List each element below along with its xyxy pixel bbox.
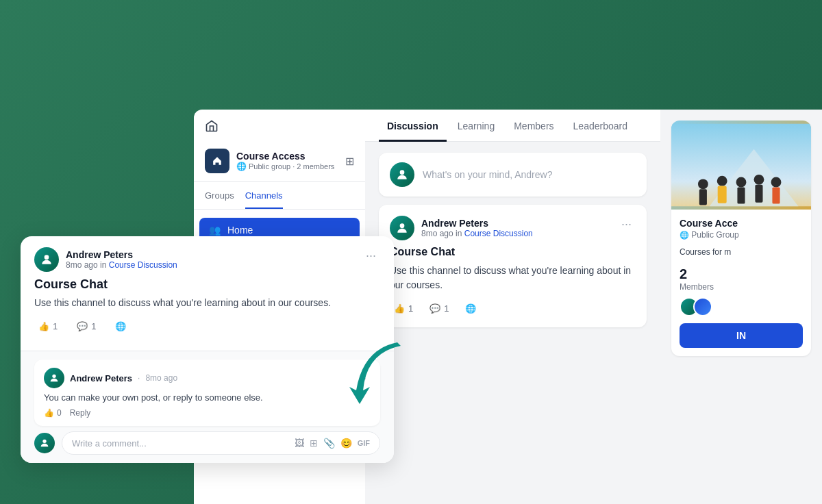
tab-discussion[interactable]: Discussion: [379, 110, 447, 142]
comment-options[interactable]: ···: [354, 371, 371, 385]
tab-leaderboard[interactable]: Leaderboard: [565, 110, 636, 142]
svg-point-1: [400, 223, 405, 228]
floating-post-options[interactable]: ···: [362, 247, 380, 264]
svg-point-16: [42, 440, 46, 443]
floating-like-button[interactable]: 👍 1: [34, 318, 62, 334]
members-count-wrap: 2 Members: [680, 266, 714, 292]
svg-rect-5: [699, 189, 707, 205]
content-area: Discussion Learning Members Leaderboard …: [365, 110, 822, 504]
attachment-icon[interactable]: 📎: [323, 438, 335, 449]
thumbs-up-icon: 👍: [394, 303, 405, 314]
share-button[interactable]: 🌐: [461, 301, 480, 316]
svg-point-14: [45, 255, 49, 260]
sidebar-image: [671, 121, 811, 210]
comment-placeholder: Write a comment...: [72, 438, 147, 449]
like-button[interactable]: 👍 1: [390, 301, 417, 316]
svg-point-0: [400, 170, 405, 175]
input-avatar: [34, 433, 55, 453]
post-meta: 8mo ago in Course Discussion: [421, 229, 533, 238]
floating-comment-icon: 💬: [77, 321, 88, 331]
members-row: 2 Members: [680, 266, 803, 292]
tab-bar: Discussion Learning Members Leaderboard: [365, 110, 660, 142]
post-title: Course Chat: [390, 246, 636, 258]
members-label: Members: [680, 282, 714, 292]
comment-input-wrap[interactable]: Write a comment... 🖼 ⊞ 📎 😊 GIF: [62, 431, 380, 455]
course-logo: [205, 149, 229, 173]
comment-icon: 💬: [429, 303, 440, 314]
post-author-text: Andrew Peters 8mo ago in Course Discussi…: [421, 218, 533, 238]
svg-point-6: [717, 176, 727, 186]
right-sidebar: Course Acce 🌐 Public Group Courses for m…: [671, 110, 822, 504]
floating-author-text: Andrew Peters 8mo ago in Course Discussi…: [66, 249, 177, 270]
svg-point-4: [698, 179, 708, 189]
course-subtitle: 🌐 Public group · 2 members: [236, 162, 334, 171]
tab-learning[interactable]: Learning: [449, 110, 503, 142]
post-meta-link[interactable]: Course Discussion: [464, 229, 533, 238]
members-count: 2: [680, 266, 714, 282]
join-button[interactable]: IN: [680, 323, 803, 348]
floating-post-author: Andrew Peters 8mo ago in Course Discussi…: [34, 247, 177, 272]
tab-members[interactable]: Members: [506, 110, 562, 142]
floating-card-inner: Andrew Peters 8mo ago in Course Discussi…: [21, 236, 394, 351]
floating-meta-link[interactable]: Course Discussion: [109, 260, 177, 270]
user-avatar: [390, 162, 414, 187]
svg-rect-11: [755, 185, 762, 203]
comment-button[interactable]: 💬 1: [425, 301, 453, 316]
post-options-button[interactable]: ···: [617, 216, 636, 233]
floating-post-actions: 👍 1 💬 1 🌐: [34, 318, 380, 340]
right-sidebar-info: Course Acce 🌐 Public Group Courses for m…: [671, 210, 811, 356]
post-actions: 👍 1 💬 1 🌐: [390, 301, 636, 316]
comment-header: Andrew Peters · 8mo ago ···: [44, 368, 371, 388]
member-avatar-2: [693, 297, 712, 316]
tab-groups[interactable]: Groups: [205, 190, 234, 209]
course-title: Course Access: [236, 151, 334, 162]
svg-point-8: [736, 177, 747, 188]
right-sidebar-desc: Courses for m: [680, 247, 803, 258]
member-avatars: [680, 297, 803, 316]
floating-thumbs-up-icon: 👍: [38, 321, 49, 331]
right-sidebar-card: Course Acce 🌐 Public Group Courses for m…: [671, 121, 811, 356]
tab-channels[interactable]: Channels: [245, 190, 283, 209]
feed-area: What's on your mind, Andrew? Andrew Pete…: [365, 142, 660, 338]
floating-post-body: Use this channel to discuss what you're …: [34, 296, 380, 310]
grid-icon[interactable]: ⊞: [345, 155, 354, 168]
comment-like-button[interactable]: 👍 0: [44, 408, 62, 418]
comment-input-row: Write a comment... 🖼 ⊞ 📎 😊 GIF: [34, 431, 380, 455]
comment-section: Andrew Peters · 8mo ago ··· You can make…: [21, 351, 394, 463]
post-card: Andrew Peters 8mo ago in Course Discussi…: [379, 205, 647, 327]
reply-button[interactable]: Reply: [70, 408, 91, 418]
post-body: Use this channel to discuss what you're …: [390, 264, 636, 292]
right-sidebar-subtitle: 🌐 Public Group: [680, 230, 803, 240]
comment-actions: 👍 0 Reply: [44, 408, 371, 418]
right-sidebar-title: Course Acce: [680, 218, 803, 229]
compose-box: What's on your mind, Andrew?: [379, 153, 647, 197]
svg-rect-7: [718, 186, 727, 203]
floating-author-name: Andrew Peters: [66, 249, 177, 260]
emoji-icon[interactable]: 😊: [340, 438, 352, 449]
floating-share-button[interactable]: 🌐: [111, 318, 130, 334]
image-icon[interactable]: 🖼: [295, 438, 304, 449]
svg-point-12: [771, 177, 782, 188]
post-header: Andrew Peters 8mo ago in Course Discussi…: [390, 216, 636, 240]
post-author-info: Andrew Peters 8mo ago in Course Discussi…: [390, 216, 533, 240]
grid-input-icon[interactable]: ⊞: [310, 438, 318, 449]
floating-card: Andrew Peters 8mo ago in Course Discussi…: [21, 236, 394, 463]
comment-author: Andrew Peters · 8mo ago: [44, 368, 177, 388]
home-icon[interactable]: [194, 110, 365, 143]
comment-time-value: 8mo ago: [145, 373, 177, 383]
svg-rect-13: [772, 187, 780, 203]
floating-post-header: Andrew Peters 8mo ago in Course Discussi…: [34, 247, 380, 272]
floating-post-title: Course Chat: [34, 277, 380, 292]
svg-rect-9: [737, 187, 745, 203]
floating-comment-button[interactable]: 💬 1: [73, 318, 100, 334]
floating-avatar: [34, 247, 59, 272]
content-main: Discussion Learning Members Leaderboard …: [365, 110, 660, 504]
svg-point-15: [52, 375, 55, 378]
globe-icon: 🌐: [465, 303, 476, 314]
course-info: Course Access 🌐 Public group · 2 members: [205, 149, 334, 173]
comment-thumbs-up-icon: 👍: [44, 408, 54, 418]
compose-placeholder[interactable]: What's on your mind, Andrew?: [423, 169, 636, 180]
floating-post-meta: 8mo ago in Course Discussion: [66, 260, 177, 270]
gif-icon[interactable]: GIF: [358, 439, 370, 447]
svg-point-10: [754, 175, 764, 185]
